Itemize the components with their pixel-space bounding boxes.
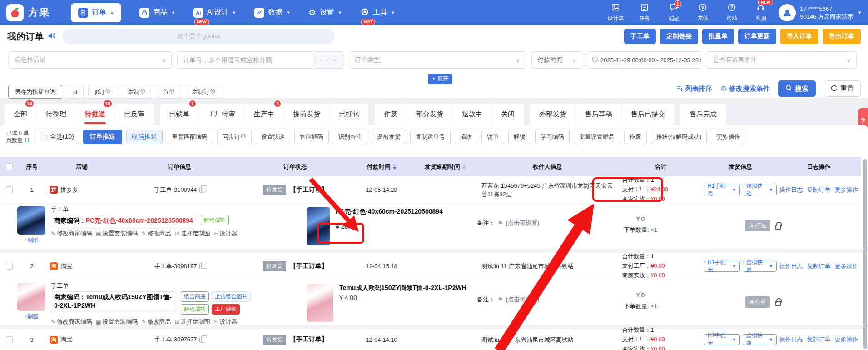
operation-log-link[interactable]: 操作日志 [779,335,803,344]
add-sub-image-link[interactable]: +副图 [17,236,45,244]
tab-rejected[interactable]: 已反审 [115,104,154,125]
nav-tools[interactable]: 工具 ▼ HOT [360,0,395,25]
header-overdue[interactable]: 发货逾期时间 [413,157,477,176]
copy-icon[interactable] [199,263,204,269]
unlock-button[interactable]: 解锁 [508,130,531,144]
quick-query-custom-order[interactable]: 定制订单 [186,85,222,99]
row-checkbox[interactable] [6,263,13,270]
operation-log-link[interactable]: 操作日志 [779,186,803,194]
copy-order-link[interactable]: 复制订单 [807,262,831,270]
export-orders-button[interactable]: 导出订单 [823,29,861,44]
user-account[interactable]: 177****5667 90146 方果商家演示 ▼ [779,4,862,21]
announcement-speaker-icon[interactable] [47,31,56,42]
more-dots-button[interactable]: · · · [313,51,343,69]
add-sub-image-link[interactable]: +副图 [17,313,45,320]
product-thumbnail[interactable] [17,206,45,235]
flag-button[interactable]: 插旗 [455,130,477,144]
nav-settings[interactable]: ⚙ 设置 ▼ [308,0,342,25]
recognize-remark-button[interactable]: 识别备注 [333,130,367,144]
cancel-push-button[interactable]: 取消推送 [126,130,163,144]
product-type-select[interactable]: H1手机壳▼ [704,185,740,195]
tab-void[interactable]: 作废 [375,104,407,125]
header-checkbox[interactable] [6,163,13,170]
import-orders-button[interactable]: 导入订单 [780,29,818,44]
edit-product-link[interactable]: 修改商品 [147,230,171,237]
tab-all[interactable]: 全部14 [5,104,37,125]
rematch-code-button[interactable]: 重新匹配编码 [167,130,213,144]
order-type-select[interactable]: 订单类型∨ [349,51,526,69]
express-select[interactable]: 虚拟快递▼ [743,261,777,272]
remark-block[interactable]: 备注：⚑(点击可设置) [477,295,539,304]
row-checkbox[interactable] [6,336,13,343]
upload-combo-image-link[interactable]: 上传组合图片 [212,291,251,302]
row-checkbox[interactable] [6,186,13,193]
expand-button[interactable]: ▼ 展开 [428,74,452,84]
product-thumbnail[interactable] [17,283,45,311]
tab-closed[interactable]: 关闭 [492,104,524,125]
header-pay-time[interactable]: 付款时间 [350,157,413,176]
more-actions-link[interactable]: 更多操作 [835,186,858,194]
lock-icon[interactable] [775,301,781,306]
edit-product-link[interactable]: 修改商品 [147,318,171,325]
order-update-button[interactable]: 订单更新 [738,29,776,44]
tab-partial-ship[interactable]: 部分发货 [407,104,453,125]
search-button[interactable]: 搜索 [778,80,816,97]
more-actions-link[interactable]: 更多操作 [835,262,858,270]
customer-service-shortcut[interactable]: NEW 客服 [748,3,774,22]
order-no-input[interactable] [177,51,313,69]
save-quick-query-button[interactable]: 另存为快捷查询 [8,85,62,99]
smart-decode-button[interactable]: 智能解码 [294,130,329,144]
announcement-bar[interactable]: 这个是个gonna [62,29,335,44]
shop-select[interactable]: 请选择店铺∨ [8,51,172,69]
modify-search-link[interactable]: ⚙ 修改搜索条件 [721,85,770,93]
set-combo-code-link[interactable]: 设置套装编码 [102,230,138,237]
copy-order-link[interactable]: 复制订单 [807,335,831,344]
edit-code-link[interactable]: 修改商家编码 [57,230,92,237]
tab-refunding[interactable]: 退款中 [453,104,492,125]
sync-orders-button[interactable]: 同步订单 [217,130,252,144]
tab-aftersale-draft[interactable]: 售后草稿 [576,104,622,125]
remark-block[interactable]: 备注：⚑(点击可设置) [477,219,539,227]
manual-order-button[interactable]: 手工单 [624,29,656,44]
set-combo-code-link[interactable]: 设置套装编码 [102,318,138,325]
messages-shortcut[interactable]: 1 消息 [660,3,687,22]
more-actions-link[interactable]: 更多操作 [835,335,858,344]
batch-order-button[interactable]: 批量单 [702,29,734,44]
select-all-checkbox[interactable]: 全选(10) [35,130,79,144]
custom-link-button[interactable]: 定制链接 [660,29,698,44]
tab-pending-push[interactable]: 待推送10 [76,104,115,125]
express-select[interactable]: 虚拟快递▼ [743,185,777,195]
lock-icon[interactable] [775,225,781,230]
copy-icon[interactable] [199,187,204,193]
recharge-shortcut[interactable]: ¥ 充值 [689,3,716,22]
designer-link[interactable]: 设计器 [220,318,238,325]
product-type-select[interactable]: H1手机壳▼ [704,261,740,272]
tab-locked[interactable]: 已锁单1 [160,104,199,125]
remark-select[interactable]: 是否有留言备注∨ [707,51,857,69]
express-select[interactable]: 虚拟快递▼ [743,334,777,345]
tab-packed[interactable]: 已打包 [330,104,368,125]
quick-query-custom[interactable]: 定制单 [122,85,152,99]
early-ship-button[interactable]: 提前发货 [372,130,406,144]
quick-query-jit-order[interactable]: jit订单 [88,85,117,99]
learn-code-button[interactable]: 学习编码 [535,130,570,144]
edit-code-link[interactable]: 修改商家编码 [57,318,92,325]
vertical-scrollbar[interactable] [863,159,867,349]
copy-waybill-button[interactable]: 复制运单号 [410,130,451,144]
list-sort-link[interactable]: 列表排序 [676,85,713,93]
sku-image[interactable] [307,207,330,245]
more-actions-button[interactable]: 更多操作 [711,130,745,144]
designer-shortcut[interactable]: 设计器 [602,3,629,22]
operation-log-link[interactable]: 操作日志 [779,262,803,270]
tab-factory-review[interactable]: 工厂待审 [199,104,245,125]
copy-icon[interactable] [199,337,204,343]
pay-time-select[interactable]: 付款时间∨ [531,51,582,69]
nav-data[interactable]: 数据 ▼ [254,0,290,25]
choose-custom-image-link[interactable]: 选择定制图 [181,230,210,237]
batch-gift-button[interactable]: 批量设置赠品 [574,130,620,144]
push-decoded-button[interactable]: 推送(仅解码成功) [651,130,707,144]
date-range-input[interactable]: 2025-11-29 00:00:00 - 2025-12-05 23:59:5… [588,51,701,69]
tab-early-ship[interactable]: 提前发货 [284,104,330,125]
tab-in-production[interactable]: 生产中3 [245,104,284,125]
sku-image[interactable] [307,284,333,322]
